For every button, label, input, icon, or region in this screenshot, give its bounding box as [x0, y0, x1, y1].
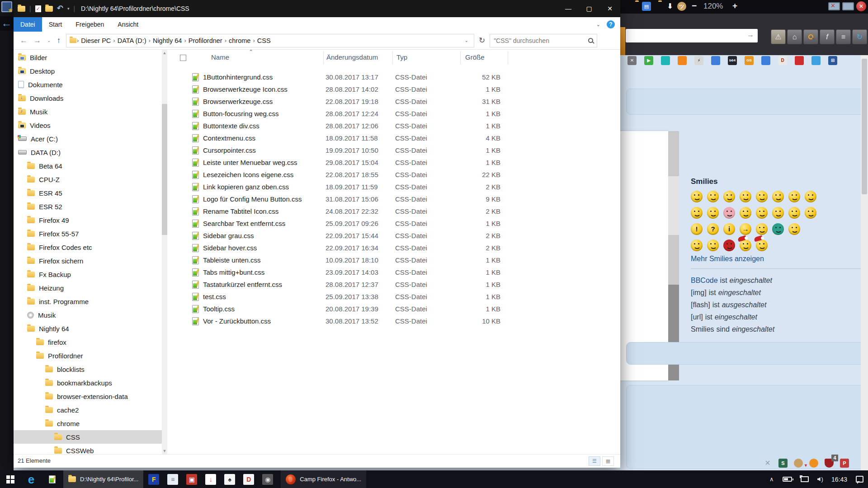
app-f-icon[interactable]: F	[144, 470, 163, 488]
select-all-checkbox[interactable]	[180, 55, 186, 61]
address-dropdown-icon[interactable]: ⌄	[462, 38, 471, 43]
bbcode-link[interactable]: BBCode	[691, 277, 718, 284]
file-row-cursorpointer-css[interactable]: Cursorpointer.css19.09.2017 10:50CSS-Dat…	[167, 144, 620, 156]
sidebar-item-chrome[interactable]: chrome	[14, 417, 162, 430]
sidebar-item-fx-backup[interactable]: Fx Backup	[14, 267, 162, 281]
smiley-santa-grin-icon[interactable]	[756, 239, 768, 251]
sidebar-item-profilordner[interactable]: Profilordner	[14, 349, 162, 362]
monkey-icon[interactable]: ツ	[677, 2, 686, 11]
shield-icon[interactable]: 4	[825, 459, 834, 468]
smiley-wink-icon[interactable]	[772, 191, 784, 202]
camera-icon[interactable]: ◉	[258, 470, 277, 488]
session-monitor-x-icon[interactable]	[828, 2, 840, 10]
app-d-icon[interactable]: D	[239, 470, 258, 488]
sidebar-item-videos[interactable]: Videos	[14, 118, 162, 132]
thumbnail-view-button[interactable]: ▦	[602, 456, 614, 466]
task-explorer[interactable]: D:\Nightly 64\Profilor...	[63, 470, 143, 488]
blue-addon-icon[interactable]	[711, 56, 720, 65]
file-row-tabs-mittig-bunt-css[interactable]: Tabs mittig+bunt.css23.09.2017 14:03CSS-…	[167, 266, 620, 278]
smiley-ugeek-icon[interactable]	[691, 239, 703, 251]
css-file-icon[interactable]	[42, 470, 62, 488]
cards-icon[interactable]: ♠	[220, 470, 239, 488]
close-x-icon[interactable]: ✕	[763, 459, 772, 468]
back-button[interactable]: ←	[20, 36, 28, 45]
flash-icon[interactable]: f	[820, 29, 835, 44]
smiley-brows-icon[interactable]	[707, 239, 719, 251]
tab-datei[interactable]: Datei	[14, 17, 42, 32]
file-row-buttontexte-div-css[interactable]: Buttontexte div.css28.08.2017 12:06CSS-D…	[167, 120, 620, 132]
zoom-out-button[interactable]: −	[692, 1, 697, 11]
close-button[interactable]: ✕	[599, 0, 620, 17]
breadcrumb-nightly-64[interactable]: Nightly 64	[151, 37, 184, 44]
lightblue-addon-icon[interactable]	[811, 56, 821, 65]
file-row-sidebar-grau-css[interactable]: Sidebar grau.css22.09.2017 15:44CSS-Date…	[167, 230, 620, 242]
column-size[interactable]: Größe	[465, 53, 485, 61]
zoom-in-button[interactable]: +	[732, 1, 737, 11]
sidebar-item-esr-45[interactable]: ESR 45	[14, 186, 162, 200]
fox-icon[interactable]	[809, 459, 818, 468]
search-icon[interactable]	[588, 38, 593, 43]
back-arrow-icon[interactable]: ←	[0, 16, 13, 31]
start-button[interactable]	[0, 470, 21, 488]
tray-chevron-icon[interactable]: ∧	[769, 476, 774, 483]
teal-addon-icon[interactable]	[661, 56, 670, 65]
smiley-arrow-icon[interactable]: →	[740, 223, 751, 235]
smiley-idea-icon[interactable]: i	[723, 223, 735, 235]
smiley-mrgreen-icon[interactable]	[772, 223, 784, 235]
sidebar-item-esr-52[interactable]: ESR 52	[14, 200, 162, 213]
network-icon[interactable]	[801, 476, 809, 482]
smiley-laugh-icon[interactable]	[740, 191, 751, 202]
sidebar-item-browser-extension-data[interactable]: browser-extension-data	[14, 389, 162, 403]
sidebar-item-cache2[interactable]: cache2	[14, 403, 162, 417]
sidebar-item-dokumente[interactable]: Dokumente	[14, 78, 162, 91]
folder-icon[interactable]	[18, 6, 25, 12]
scroll-down-icon[interactable]: ▼	[162, 448, 167, 454]
more-smilies-link[interactable]: Mehr Smilies anzeigen	[691, 255, 864, 263]
file-row-vor-zur-ckbutton-css[interactable]: Vor - Zurückbutton.css30.08.2017 13:52CS…	[167, 315, 620, 327]
smiley-evil-icon[interactable]	[756, 207, 768, 219]
battery-icon[interactable]	[783, 477, 792, 482]
smiley-eek-icon[interactable]	[756, 191, 768, 202]
sidebar-item-firefox-sichern[interactable]: Firefox sichern	[14, 254, 162, 267]
sidebar-item-musik[interactable]: Musik	[14, 105, 162, 118]
sidebar-item-firefox[interactable]: firefox	[14, 335, 162, 349]
search-input[interactable]: →	[626, 29, 758, 42]
ribbon-collapse-icon[interactable]: ⌄	[596, 22, 600, 28]
sidebar-item-css[interactable]: CSS	[14, 430, 162, 444]
bookmark-window-icon[interactable]	[1, 1, 12, 12]
maximize-button[interactable]: ▢	[579, 0, 599, 17]
windows-panels-icon[interactable]: ▤	[642, 2, 651, 11]
smiley-santa-wink-icon[interactable]	[740, 239, 751, 251]
file-row-logo-f-r-config-menu-button-css[interactable]: Logo für Config Menu Button.css31.08.201…	[167, 193, 620, 205]
scroll-thumb[interactable]	[162, 104, 167, 235]
file-row-leiste-unter-menuebar-weg-css[interactable]: Leiste unter Menuebar weg.css29.08.2017 …	[167, 156, 620, 169]
sidebar-item-inst-programme[interactable]: inst. Programme	[14, 295, 162, 308]
win-addon-icon[interactable]: ⊞	[828, 56, 837, 65]
red-addon-icon[interactable]	[795, 56, 804, 65]
sidebar-item-nightly-64[interactable]: Nightly 64	[14, 322, 162, 335]
forward-button[interactable]: →	[33, 36, 41, 45]
sidebar-item-bilder[interactable]: Bilder	[14, 51, 162, 64]
sidebar-item-heizung[interactable]: Heizung	[14, 281, 162, 295]
column-date[interactable]: Änderungsdatum	[326, 53, 378, 61]
edge-icon[interactable]: e	[21, 470, 42, 488]
file-row-link-kopieren-ganz-oben-css[interactable]: Link kopieren ganz oben.css18.09.2017 11…	[167, 181, 620, 193]
smiley-cry-icon[interactable]	[740, 207, 751, 219]
sidebar-item-data-d[interactable]: DATA (D:)	[14, 145, 162, 159]
properties-check-icon[interactable]	[35, 5, 41, 12]
sidebar-item-firefox-55-57[interactable]: Firefox 55-57	[14, 227, 162, 240]
monkey-icon[interactable]: ▼	[794, 459, 803, 468]
refresh-icon[interactable]: ↻	[474, 36, 490, 45]
down-arrow-icon[interactable]: ↓	[201, 470, 220, 488]
file-row-tooltip-css[interactable]: Tooltip.css20.08.2017 19:39CSS-Datei1 KB	[167, 303, 620, 315]
go-arrow-icon[interactable]: →	[747, 31, 754, 39]
column-name[interactable]: Name	[211, 53, 229, 61]
red-tool-icon[interactable]: ▣	[182, 470, 201, 488]
sidebar-item-firefox-49[interactable]: Firefox 49	[14, 213, 162, 227]
b64-addon-icon[interactable]: b64	[728, 56, 737, 65]
sidebar-item-beta-64[interactable]: Beta 64	[14, 159, 162, 173]
scroll-up-icon[interactable]: ▲	[162, 50, 167, 56]
file-row-browserwerkzeuge-icon-css[interactable]: Browserwerkzeuge Icon.css28.08.2017 14:0…	[167, 83, 620, 95]
file-row-browserwerkzeuge-css[interactable]: Browserwerkzeuge.css22.08.2017 19:18CSS-…	[167, 95, 620, 108]
breadcrumb-css[interactable]: CSS	[255, 37, 273, 44]
